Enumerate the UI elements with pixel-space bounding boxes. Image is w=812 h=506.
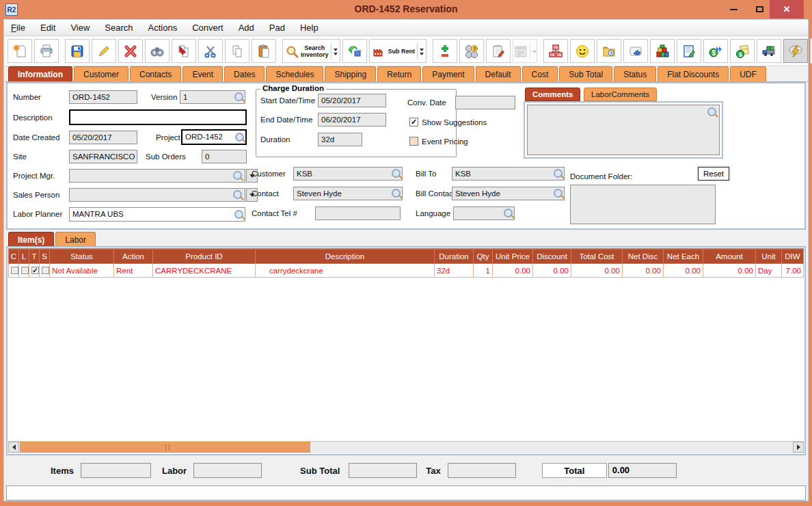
event-pricing-checkbox[interactable] [409,137,418,146]
col-product-id[interactable]: Product ID [153,249,256,264]
comments-textarea[interactable] [527,105,720,155]
bill-to-search-icon[interactable] [554,169,563,178]
cell-product-id[interactable]: CARRYDECKCRANE [153,264,256,278]
tab-items[interactable]: Item(s) [8,232,54,247]
notes-button[interactable] [486,39,511,63]
labor-total-field[interactable] [193,463,262,478]
tax-field[interactable] [448,463,516,478]
col-qty[interactable]: Qty [474,249,493,264]
customer-field[interactable]: KSB [293,167,403,181]
row-checkbox-t[interactable]: ✓ [31,267,39,274]
col-description[interactable]: Description [256,249,435,264]
project-mgr-field[interactable] [69,169,245,183]
edit-button[interactable] [92,39,116,63]
table-row[interactable]: ✓ Not Available Rent CARRYDECKCRANE carr… [9,264,804,278]
number-field[interactable]: ORD-1452 [69,90,137,104]
tab-status[interactable]: Status [614,66,656,81]
copy-button[interactable] [225,39,249,63]
tab-payment[interactable]: Payment [422,66,474,81]
convert-button[interactable] [342,39,367,63]
shipping-truck-button[interactable] [757,39,781,63]
cell-unit[interactable]: Day [756,264,782,278]
cell-qty[interactable]: 1 [474,264,493,278]
cell-amount[interactable]: 0.00 [703,264,756,278]
cell-action[interactable]: Rent [114,264,153,278]
col-discount[interactable]: Discount [533,249,571,264]
org-chart-button[interactable] [543,39,568,63]
sub-rent-button[interactable]: Sub Rent [369,39,427,63]
inventory-blocks-button[interactable] [650,39,675,63]
col-amount[interactable]: Amount [703,249,756,264]
comments-search-icon[interactable] [707,107,716,116]
sub-orders-field[interactable]: 0 [202,150,247,163]
shortcut-key-button[interactable] [623,39,648,63]
menu-pad[interactable]: Pad [269,23,285,33]
cell-duration[interactable]: 32d [435,264,474,278]
site-field[interactable]: SANFRANCISCO [69,150,137,163]
contact-field[interactable]: Steven Hyde [293,187,403,200]
menu-edit[interactable]: Edit [40,23,55,33]
col-duration[interactable]: Duration [435,249,474,264]
tab-information[interactable]: Information [8,66,72,81]
col-t[interactable]: T [29,249,40,264]
memo-button[interactable] [677,39,701,63]
tab-flat-discounts[interactable]: Flat Discounts [658,66,729,81]
col-status[interactable]: Status [50,249,114,264]
billing-button[interactable]: $ [703,39,728,63]
cell-net-each[interactable]: 0.00 [664,264,703,278]
row-checkbox-s[interactable] [42,267,49,274]
scroll-right-button[interactable] [793,442,804,453]
contact-search-icon[interactable] [392,189,401,198]
scrollbar-thumb[interactable] [20,442,310,453]
paste-button[interactable] [252,39,276,63]
contact-button[interactable] [570,39,595,63]
title-bar[interactable]: R2 ORD-1452 Reservation ✕ [0,0,812,19]
project-search-icon[interactable] [235,133,244,142]
col-unit-price[interactable]: Unit Price [493,249,533,264]
tab-labor-comments[interactable]: LaborComments [584,88,657,101]
language-search-icon[interactable] [504,209,513,217]
menu-file[interactable]: File [11,23,25,33]
scroll-left-button[interactable] [8,442,19,453]
tab-comments[interactable]: Comments [525,88,580,101]
col-action[interactable]: Action [114,249,153,264]
menu-view[interactable]: View [70,23,90,33]
tab-cost[interactable]: Cost [522,66,558,81]
menu-help[interactable]: Help [300,23,319,33]
tab-schedules[interactable]: Schedules [266,66,323,81]
cell-status[interactable]: Not Available [50,264,114,278]
menu-add[interactable]: Add [239,23,254,33]
conv-date-field[interactable] [455,96,515,109]
maximize-button[interactable] [749,0,770,18]
description-field[interactable] [69,109,247,125]
search-inventory-dropdown[interactable] [331,43,338,59]
col-total-cost[interactable]: Total Cost [571,249,623,264]
start-date-field[interactable]: 05/20/2017 [318,94,386,107]
menu-convert[interactable]: Convert [192,23,224,33]
tab-sub-total[interactable]: Sub Total [559,66,612,81]
col-net-each[interactable]: Net Each [664,249,703,264]
sub-rent-dropdown[interactable] [417,43,424,59]
new-button[interactable] [8,39,32,63]
delete-button[interactable] [118,39,143,63]
sales-person-field[interactable] [69,188,245,202]
tab-contacts[interactable]: Contacts [130,66,181,81]
tab-dates[interactable]: Dates [224,66,265,81]
save-button[interactable] [65,39,90,63]
date-created-field[interactable]: 05/20/2017 [69,131,137,144]
col-unit[interactable]: Unit [756,249,782,264]
invoice-button[interactable]: $ [730,39,755,63]
items-total-field[interactable] [81,463,151,478]
labor-planner-field[interactable]: MANTRA UBS [69,207,245,222]
horizontal-scrollbar[interactable] [8,441,804,453]
transfer-button[interactable] [172,39,196,63]
tab-event[interactable]: Event [182,66,223,81]
col-diw[interactable]: DIW [782,249,804,264]
quick-actions-button[interactable] [783,39,808,63]
print-button[interactable] [34,39,59,63]
document-folder-field[interactable] [570,185,716,224]
tab-labor[interactable]: Labor [55,232,96,247]
minimize-button[interactable] [723,0,744,18]
cell-discount[interactable]: 0.00 [533,264,571,278]
cell-description[interactable]: carrydeckcrane [256,264,435,278]
